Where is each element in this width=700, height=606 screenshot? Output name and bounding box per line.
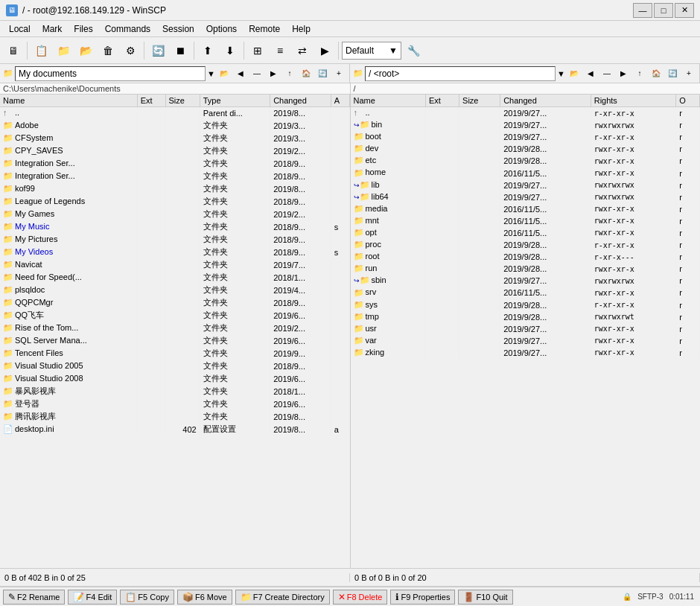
menu-item-files[interactable]: Files [68,22,98,36]
properties-bottom-button[interactable]: ℹ F9 Properties [390,590,455,605]
list-item[interactable]: 📁腾讯影视库 文件夹 2019/8... [0,410,349,423]
compare-button[interactable]: ≡ [270,40,290,61]
create-dir-bottom-button[interactable]: 📁 F7 Create Directory [235,590,330,605]
stop-button[interactable]: ⏹ [170,40,191,61]
profile-dropdown[interactable]: Default ▼ [342,42,401,60]
list-item[interactable]: 📁Tencent Files 文件夹 2019/9... [0,347,349,360]
profile-icon-button[interactable]: 🔧 [403,40,424,61]
close-button[interactable]: ✕ [675,3,694,18]
properties-button[interactable]: ⚙ [120,40,141,61]
queue-button[interactable]: ▶ [314,40,335,61]
list-item[interactable]: 📁QQPCMgr 文件夹 2018/9... [0,296,349,309]
right-nav-fwd-button[interactable]: ▶ [616,66,631,81]
list-item[interactable]: 📁Need for Speed(... 文件夹 2018/1... [0,271,349,284]
list-item[interactable]: 📁boot 2019/9/27... r-xr-xr-x r [351,131,700,143]
list-item[interactable]: 📁opt 2016/11/5... rwxr-xr-x r [351,227,700,239]
left-nav-fwd-button[interactable]: ▶ [266,66,281,81]
left-file-list[interactable]: Name Ext Size Type Changed A ↑.. Parent … [0,95,350,568]
menu-item-commands[interactable]: Commands [99,22,156,36]
left-nav-dash-button[interactable]: — [249,66,264,81]
list-item[interactable]: 📁var 2019/9/27... rwxr-xr-x r [351,335,700,347]
minimize-button[interactable]: — [633,3,652,18]
right-nav-add-button[interactable]: + [681,66,696,81]
right-nav-parent-button[interactable]: ↑ [632,66,647,81]
list-item[interactable]: 📁srv 2016/11/5... rwxr-xr-x r [351,287,700,299]
delete-button[interactable]: 🗑 [98,40,118,61]
list-item[interactable]: 📁My Music 文件夹 2018/9... s [0,220,349,233]
right-nav-home-button[interactable]: 🏠 [649,66,664,81]
menu-item-mark[interactable]: Mark [36,22,69,36]
sync-button[interactable]: ⇄ [292,40,313,61]
right-nav-refresh-button[interactable]: 🔄 [665,66,680,81]
list-item[interactable]: 📁暴风影视库 文件夹 2018/1... [0,385,349,398]
move-button[interactable]: 📦 F6 Move [177,590,232,605]
left-nav-refresh-button[interactable]: 🔄 [315,66,330,81]
list-item[interactable]: 📁root 2019/9/28... r-xr-x--- r [351,251,700,263]
list-item[interactable]: 📁Integration Ser... 文件夹 2018/9... [0,157,349,170]
left-col-size[interactable]: Size [165,95,200,107]
right-nav-dash-button[interactable]: — [599,66,614,81]
list-item[interactable]: 📁tmp 2019/9/28... rwxrwxrwt r [351,311,700,323]
left-nav-open-button[interactable]: 📂 [217,66,232,81]
right-col-size[interactable]: Size [459,95,500,107]
right-col-ext[interactable]: Ext [425,95,459,107]
maximize-button[interactable]: □ [654,3,673,18]
list-item[interactable]: 📁QQ飞车 文件夹 2019/6... [0,309,349,322]
list-item[interactable]: 📁My Videos 文件夹 2018/9... s [0,246,349,258]
list-item[interactable]: 📁CFSystem 文件夹 2019/3... [0,132,349,144]
list-item[interactable]: 📁sys 2019/9/28... r-xr-xr-x r [351,299,700,311]
list-item[interactable]: 📁Navicat 文件夹 2019/7... [0,258,349,271]
download-button[interactable]: ⬇ [220,40,241,61]
list-item[interactable]: 📁dev 2019/9/28... rwxr-xr-x r [351,143,700,155]
quit-button[interactable]: 🚪 F10 Quit [458,590,512,605]
right-address-input[interactable] [365,66,556,81]
right-nav-open-button[interactable]: 📂 [567,66,582,81]
rename-button[interactable]: ✎ F2 Rename [3,590,65,605]
list-item[interactable]: 📁CPY_SAVES 文件夹 2019/2... [0,144,349,157]
left-col-attr[interactable]: A [331,95,349,107]
list-item[interactable]: ↪📁bin 2019/9/27... rwxrwxrwx r [351,119,700,131]
left-address-input[interactable] [15,66,206,81]
right-nav-back-button[interactable]: ◀ [583,66,598,81]
list-item[interactable]: 📁SQL Server Mana... 文件夹 2019/6... [0,334,349,347]
menu-item-remote[interactable]: Remote [243,22,286,36]
menu-item-help[interactable]: Help [286,22,316,36]
new-session-button[interactable]: 🖥 [3,40,24,61]
list-item[interactable]: 📁Adobe 文件夹 2019/3... [0,119,349,132]
create-dir-button[interactable]: 📂 [75,40,96,61]
left-nav-home-button[interactable]: 🏠 [299,66,314,81]
list-item[interactable]: 📁Integration Ser... 文件夹 2018/9... [0,170,349,182]
copy-button[interactable]: 📋 F5 Copy [120,590,174,605]
left-col-changed[interactable]: Changed [270,95,331,107]
left-col-name[interactable]: Name [0,95,137,107]
list-item[interactable]: 📁zking 2019/9/27... rwxr-xr-x r [351,347,700,359]
edit-button[interactable]: 📝 F4 Edit [68,590,117,605]
list-item[interactable]: 📁kof99 文件夹 2019/8... [0,182,349,195]
list-item[interactable]: 📁登号器 文件夹 2019/6... [0,398,349,410]
menu-item-local[interactable]: Local [3,22,36,36]
move-files-button[interactable]: 📁 [53,40,74,61]
list-item[interactable]: ↪📁lib64 2019/9/27... rwxrwxrwx r [351,191,700,203]
list-item[interactable]: 📁My Games 文件夹 2019/2... [0,208,349,220]
menu-item-options[interactable]: Options [200,22,243,36]
list-item[interactable]: 📁League of Legends 文件夹 2018/9... [0,195,349,208]
list-item[interactable]: ↑.. Parent di... 2019/8... [0,107,349,120]
delete-bottom-button[interactable]: ✕ F8 Delete [333,590,388,605]
list-item[interactable]: 📁run 2019/9/28... rwxr-xr-x r [351,263,700,275]
list-item[interactable]: 📁usr 2019/9/27... rwxr-xr-x r [351,323,700,335]
list-item[interactable]: 📁Visual Studio 2005 文件夹 2018/9... [0,360,349,372]
list-item[interactable]: 📁Rise of the Tom... 文件夹 2019/2... [0,322,349,334]
right-file-list[interactable]: Name Ext Size Changed Rights O ↑.. 2019/… [351,95,701,568]
copy-files-button[interactable]: 📋 [31,40,51,61]
list-item[interactable]: 📁mnt 2016/11/5... rwxr-xr-x r [351,215,700,227]
list-item[interactable]: 📁media 2016/11/5... rwxr-xr-x r [351,203,700,215]
right-col-rights[interactable]: Rights [591,95,675,107]
list-item[interactable]: ↪📁lib 2019/9/27... rwxrwxrwx r [351,179,700,191]
left-col-type[interactable]: Type [200,95,270,107]
right-col-changed[interactable]: Changed [500,95,591,107]
right-col-name[interactable]: Name [351,95,426,107]
upload-button[interactable]: ⬆ [197,40,218,61]
list-item[interactable]: 📁Visual Studio 2008 文件夹 2019/6... [0,372,349,385]
left-nav-parent-button[interactable]: ↑ [282,66,297,81]
list-item[interactable]: 📁etc 2019/9/28... rwxr-xr-x r [351,155,700,167]
